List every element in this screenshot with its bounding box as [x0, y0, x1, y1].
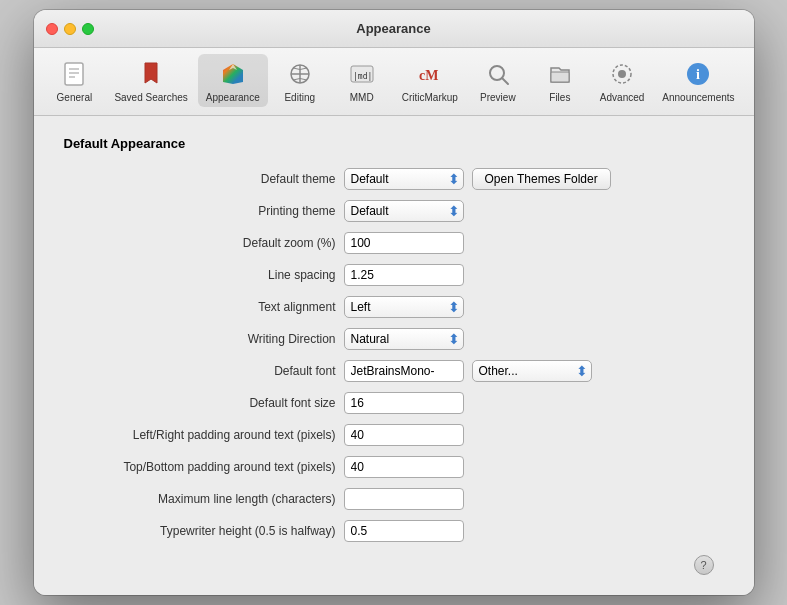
typewriter-height-control	[344, 520, 464, 542]
tb-padding-label: Top/Bottom padding around text (pixels)	[64, 460, 344, 474]
lr-padding-control	[344, 424, 464, 446]
help-button[interactable]: ?	[694, 555, 714, 575]
titlebar: Appearance	[34, 10, 754, 48]
appearance-icon	[217, 58, 249, 90]
printing-theme-label: Printing theme	[64, 204, 344, 218]
appearance-label: Appearance	[206, 92, 260, 103]
printing-theme-select[interactable]: Default Light Dark	[344, 200, 464, 222]
maximize-button[interactable]	[82, 23, 94, 35]
lr-padding-row: Left/Right padding around text (pixels)	[64, 423, 724, 447]
max-line-length-input[interactable]	[344, 488, 464, 510]
writing-direction-label: Writing Direction	[64, 332, 344, 346]
mmd-icon: |md|	[346, 58, 378, 90]
toolbar-item-mmd[interactable]: |md| MMD	[332, 54, 392, 107]
line-spacing-label: Line spacing	[64, 268, 344, 282]
max-line-length-label: Maximum line length (characters)	[64, 492, 344, 506]
close-button[interactable]	[46, 23, 58, 35]
files-label: Files	[549, 92, 570, 103]
toolbar-item-general[interactable]: General	[44, 54, 104, 107]
typewriter-height-input[interactable]	[344, 520, 464, 542]
criticmarkup-label: CriticMarkup	[402, 92, 458, 103]
saved-searches-label: Saved Searches	[114, 92, 187, 103]
default-theme-label: Default theme	[64, 172, 344, 186]
default-theme-select[interactable]: Default Light Dark	[344, 168, 464, 190]
svg-rect-0	[65, 63, 83, 85]
svg-text:|md|: |md|	[353, 72, 372, 81]
writing-direction-select-wrapper: Natural Left to Right Right to Left ⬍	[344, 328, 464, 350]
lr-padding-label: Left/Right padding around text (pixels)	[64, 428, 344, 442]
text-alignment-label: Text alignment	[64, 300, 344, 314]
advanced-label: Advanced	[600, 92, 644, 103]
traffic-lights	[46, 23, 94, 35]
tb-padding-row: Top/Bottom padding around text (pixels)	[64, 455, 724, 479]
default-font-select-wrapper: Other... ⬍	[472, 360, 592, 382]
content-area: Default Appearance Default theme Default…	[34, 116, 754, 595]
default-zoom-row: Default zoom (%)	[64, 231, 724, 255]
announcements-icon: i	[682, 58, 714, 90]
toolbar-item-advanced[interactable]: Advanced	[592, 54, 652, 107]
open-themes-folder-button[interactable]: Open Themes Folder	[472, 168, 611, 190]
default-zoom-control	[344, 232, 464, 254]
default-theme-select-wrapper: Default Light Dark ⬍	[344, 168, 464, 190]
typewriter-height-row: Typewriter height (0.5 is halfway)	[64, 519, 724, 543]
printing-theme-control: Default Light Dark ⬍	[344, 200, 464, 222]
toolbar-item-preview[interactable]: Preview	[468, 54, 528, 107]
default-font-label: Default font	[64, 364, 344, 378]
tb-padding-input[interactable]	[344, 456, 464, 478]
default-zoom-label: Default zoom (%)	[64, 236, 344, 250]
writing-direction-control: Natural Left to Right Right to Left ⬍	[344, 328, 464, 350]
window-title: Appearance	[356, 21, 430, 36]
svg-text:i: i	[697, 67, 701, 82]
toolbar-item-files[interactable]: Files	[530, 54, 590, 107]
default-zoom-input[interactable]	[344, 232, 464, 254]
files-icon	[544, 58, 576, 90]
default-font-size-input[interactable]	[344, 392, 464, 414]
typewriter-height-label: Typewriter height (0.5 is halfway)	[64, 524, 344, 538]
toolbar-item-editing[interactable]: Editing	[270, 54, 330, 107]
default-font-size-label: Default font size	[64, 396, 344, 410]
toolbar-item-appearance[interactable]: Appearance	[198, 54, 268, 107]
svg-point-14	[618, 70, 626, 78]
general-label: General	[57, 92, 93, 103]
max-line-length-row: Maximum line length (characters)	[64, 487, 724, 511]
default-font-select[interactable]: Other...	[472, 360, 592, 382]
mmd-label: MMD	[350, 92, 374, 103]
svg-text:cM: cM	[419, 68, 438, 83]
announcements-label: Announcements	[662, 92, 734, 103]
minimize-button[interactable]	[64, 23, 76, 35]
text-alignment-row: Text alignment Left Center Right Justifi…	[64, 295, 724, 319]
form-area: Default theme Default Light Dark ⬍ Open …	[64, 167, 724, 543]
default-theme-row: Default theme Default Light Dark ⬍ Open …	[64, 167, 724, 191]
general-icon	[58, 58, 90, 90]
lr-padding-input[interactable]	[344, 424, 464, 446]
text-alignment-select-wrapper: Left Center Right Justified ⬍	[344, 296, 464, 318]
section-title: Default Appearance	[64, 136, 724, 151]
default-font-size-control	[344, 392, 464, 414]
advanced-icon	[606, 58, 638, 90]
editing-label: Editing	[284, 92, 315, 103]
toolbar-item-announcements[interactable]: i Announcements	[654, 54, 742, 107]
line-spacing-row: Line spacing	[64, 263, 724, 287]
writing-direction-select[interactable]: Natural Left to Right Right to Left	[344, 328, 464, 350]
line-spacing-control	[344, 264, 464, 286]
text-alignment-select[interactable]: Left Center Right Justified	[344, 296, 464, 318]
tb-padding-control	[344, 456, 464, 478]
app-window: Appearance General Saved Searches	[34, 10, 754, 595]
preview-label: Preview	[480, 92, 516, 103]
default-font-input[interactable]	[344, 360, 464, 382]
toolbar-item-saved-searches[interactable]: Saved Searches	[106, 54, 195, 107]
bottom-row: ?	[64, 551, 724, 575]
line-spacing-input[interactable]	[344, 264, 464, 286]
max-line-length-control	[344, 488, 464, 510]
default-font-row: Default font Other... ⬍	[64, 359, 724, 383]
saved-searches-icon	[135, 58, 167, 90]
toolbar-item-criticmarkup[interactable]: cM CriticMarkup	[394, 54, 466, 107]
preview-icon	[482, 58, 514, 90]
toolbar: General Saved Searches	[34, 48, 754, 116]
criticmarkup-icon: cM	[414, 58, 446, 90]
editing-icon	[284, 58, 316, 90]
text-alignment-control: Left Center Right Justified ⬍	[344, 296, 464, 318]
svg-rect-13	[551, 72, 569, 82]
svg-line-12	[502, 78, 508, 84]
default-theme-control: Default Light Dark ⬍ Open Themes Folder	[344, 168, 611, 190]
